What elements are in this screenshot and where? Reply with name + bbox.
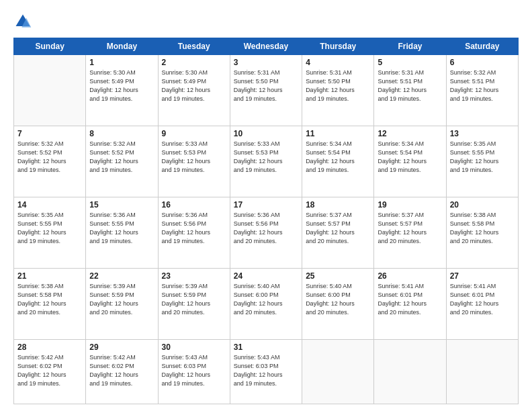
- cell-info: Sunrise: 5:30 AMSunset: 5:49 PMDaylight:…: [89, 68, 154, 103]
- calendar-cell: 21Sunrise: 5:38 AMSunset: 5:58 PMDayligh…: [14, 268, 86, 339]
- calendar-cell: 11Sunrise: 5:34 AMSunset: 5:54 PMDayligh…: [302, 126, 374, 197]
- cell-info: Sunrise: 5:37 AMSunset: 5:57 PMDaylight:…: [306, 211, 370, 246]
- cell-info: Sunrise: 5:43 AMSunset: 6:03 PMDaylight:…: [234, 353, 298, 388]
- cell-info: Sunrise: 5:33 AMSunset: 5:53 PMDaylight:…: [234, 140, 298, 175]
- day-number: 5: [378, 58, 442, 67]
- cell-info: Sunrise: 5:39 AMSunset: 5:59 PMDaylight:…: [89, 282, 154, 317]
- calendar-cell: 6Sunrise: 5:32 AMSunset: 5:51 PMDaylight…: [446, 55, 518, 126]
- day-number: 16: [162, 200, 226, 210]
- cell-info: Sunrise: 5:42 AMSunset: 6:02 PMDaylight:…: [89, 353, 154, 388]
- cell-info: Sunrise: 5:38 AMSunset: 5:58 PMDaylight:…: [450, 211, 515, 246]
- cell-info: Sunrise: 5:34 AMSunset: 5:54 PMDaylight:…: [306, 140, 370, 175]
- calendar-cell: 31Sunrise: 5:43 AMSunset: 6:03 PMDayligh…: [230, 339, 302, 404]
- day-number: 24: [234, 271, 298, 281]
- cell-info: Sunrise: 5:31 AMSunset: 5:50 PMDaylight:…: [306, 68, 370, 103]
- day-number: 22: [89, 271, 154, 281]
- calendar-table: SundayMondayTuesdayWednesdayThursdayFrid…: [13, 38, 519, 404]
- day-number: 7: [17, 129, 82, 138]
- page: SundayMondayTuesdayWednesdayThursdayFrid…: [0, 0, 532, 411]
- day-number: 26: [378, 271, 442, 281]
- calendar-cell: 19Sunrise: 5:37 AMSunset: 5:57 PMDayligh…: [374, 197, 446, 268]
- day-number: 12: [378, 129, 442, 138]
- calendar-cell: 30Sunrise: 5:43 AMSunset: 6:03 PMDayligh…: [158, 339, 230, 404]
- calendar-week-row: 28Sunrise: 5:42 AMSunset: 6:02 PMDayligh…: [14, 339, 519, 404]
- cell-info: Sunrise: 5:32 AMSunset: 5:52 PMDaylight:…: [89, 140, 154, 175]
- calendar-cell: 27Sunrise: 5:41 AMSunset: 6:01 PMDayligh…: [446, 268, 518, 339]
- day-number: 23: [162, 271, 226, 281]
- day-number: 4: [306, 58, 370, 67]
- cell-info: Sunrise: 5:34 AMSunset: 5:54 PMDaylight:…: [378, 140, 442, 175]
- day-number: 21: [17, 271, 82, 281]
- cell-info: Sunrise: 5:36 AMSunset: 5:56 PMDaylight:…: [234, 211, 298, 246]
- cell-info: Sunrise: 5:35 AMSunset: 5:55 PMDaylight:…: [17, 211, 82, 246]
- day-number: 15: [89, 200, 154, 210]
- cell-info: Sunrise: 5:43 AMSunset: 6:03 PMDaylight:…: [162, 353, 226, 388]
- calendar-cell: 8Sunrise: 5:32 AMSunset: 5:52 PMDaylight…: [86, 126, 158, 197]
- calendar-week-row: 7Sunrise: 5:32 AMSunset: 5:52 PMDaylight…: [14, 126, 519, 197]
- calendar-cell: 22Sunrise: 5:39 AMSunset: 5:59 PMDayligh…: [86, 268, 158, 339]
- day-number: 27: [450, 271, 515, 281]
- cell-info: Sunrise: 5:42 AMSunset: 6:02 PMDaylight:…: [17, 353, 82, 388]
- day-number: 20: [450, 200, 515, 210]
- day-number: 13: [450, 129, 515, 138]
- calendar-cell: 29Sunrise: 5:42 AMSunset: 6:02 PMDayligh…: [86, 339, 158, 404]
- day-number: 25: [306, 271, 370, 281]
- cell-info: Sunrise: 5:31 AMSunset: 5:51 PMDaylight:…: [378, 68, 442, 103]
- calendar-day-header: Monday: [86, 38, 158, 55]
- calendar-cell: 26Sunrise: 5:41 AMSunset: 6:01 PMDayligh…: [374, 268, 446, 339]
- cell-info: Sunrise: 5:41 AMSunset: 6:01 PMDaylight:…: [450, 282, 515, 317]
- day-number: 17: [234, 200, 298, 210]
- calendar-cell: 24Sunrise: 5:40 AMSunset: 6:00 PMDayligh…: [230, 268, 302, 339]
- calendar-day-header: Tuesday: [158, 38, 230, 55]
- calendar-cell: 15Sunrise: 5:36 AMSunset: 5:55 PMDayligh…: [86, 197, 158, 268]
- day-number: 30: [162, 342, 226, 352]
- calendar-week-row: 21Sunrise: 5:38 AMSunset: 5:58 PMDayligh…: [14, 268, 519, 339]
- calendar-cell: 9Sunrise: 5:33 AMSunset: 5:53 PMDaylight…: [158, 126, 230, 197]
- cell-info: Sunrise: 5:32 AMSunset: 5:51 PMDaylight:…: [450, 68, 515, 103]
- cell-info: Sunrise: 5:35 AMSunset: 5:55 PMDaylight:…: [450, 140, 515, 175]
- calendar-cell: 13Sunrise: 5:35 AMSunset: 5:55 PMDayligh…: [446, 126, 518, 197]
- calendar-week-row: 14Sunrise: 5:35 AMSunset: 5:55 PMDayligh…: [14, 197, 519, 268]
- day-number: 1: [89, 58, 154, 67]
- calendar-cell: 23Sunrise: 5:39 AMSunset: 5:59 PMDayligh…: [158, 268, 230, 339]
- calendar-cell: 10Sunrise: 5:33 AMSunset: 5:53 PMDayligh…: [230, 126, 302, 197]
- calendar-cell: 12Sunrise: 5:34 AMSunset: 5:54 PMDayligh…: [374, 126, 446, 197]
- calendar-cell: 4Sunrise: 5:31 AMSunset: 5:50 PMDaylight…: [302, 55, 374, 126]
- header: [13, 12, 519, 31]
- calendar-cell: [14, 55, 86, 126]
- cell-info: Sunrise: 5:40 AMSunset: 6:00 PMDaylight:…: [306, 282, 370, 317]
- day-number: 8: [89, 129, 154, 138]
- calendar-cell: 7Sunrise: 5:32 AMSunset: 5:52 PMDaylight…: [14, 126, 86, 197]
- day-number: 18: [306, 200, 370, 210]
- cell-info: Sunrise: 5:30 AMSunset: 5:49 PMDaylight:…: [162, 68, 226, 103]
- day-number: 11: [306, 129, 370, 138]
- cell-info: Sunrise: 5:31 AMSunset: 5:50 PMDaylight:…: [234, 68, 298, 103]
- day-number: 31: [234, 342, 298, 352]
- calendar-cell: [446, 339, 518, 404]
- cell-info: Sunrise: 5:40 AMSunset: 6:00 PMDaylight:…: [234, 282, 298, 317]
- cell-info: Sunrise: 5:37 AMSunset: 5:57 PMDaylight:…: [378, 211, 442, 246]
- calendar-cell: 16Sunrise: 5:36 AMSunset: 5:56 PMDayligh…: [158, 197, 230, 268]
- calendar-week-row: 1Sunrise: 5:30 AMSunset: 5:49 PMDaylight…: [14, 55, 519, 126]
- calendar-header-row: SundayMondayTuesdayWednesdayThursdayFrid…: [14, 38, 519, 55]
- day-number: 19: [378, 200, 442, 210]
- day-number: 3: [234, 58, 298, 67]
- calendar-cell: 5Sunrise: 5:31 AMSunset: 5:51 PMDaylight…: [374, 55, 446, 126]
- calendar-cell: 1Sunrise: 5:30 AMSunset: 5:49 PMDaylight…: [86, 55, 158, 126]
- cell-info: Sunrise: 5:41 AMSunset: 6:01 PMDaylight:…: [378, 282, 442, 317]
- day-number: 14: [17, 200, 82, 210]
- calendar-day-header: Wednesday: [230, 38, 302, 55]
- calendar-cell: 25Sunrise: 5:40 AMSunset: 6:00 PMDayligh…: [302, 268, 374, 339]
- calendar-day-header: Sunday: [14, 38, 86, 55]
- cell-info: Sunrise: 5:36 AMSunset: 5:56 PMDaylight:…: [162, 211, 226, 246]
- calendar-day-header: Thursday: [302, 38, 374, 55]
- cell-info: Sunrise: 5:36 AMSunset: 5:55 PMDaylight:…: [89, 211, 154, 246]
- calendar-cell: 14Sunrise: 5:35 AMSunset: 5:55 PMDayligh…: [14, 197, 86, 268]
- calendar-day-header: Friday: [374, 38, 446, 55]
- day-number: 28: [17, 342, 82, 352]
- logo: [13, 12, 35, 31]
- calendar-day-header: Saturday: [446, 38, 518, 55]
- day-number: 29: [89, 342, 154, 352]
- day-number: 9: [162, 129, 226, 138]
- day-number: 10: [234, 129, 298, 138]
